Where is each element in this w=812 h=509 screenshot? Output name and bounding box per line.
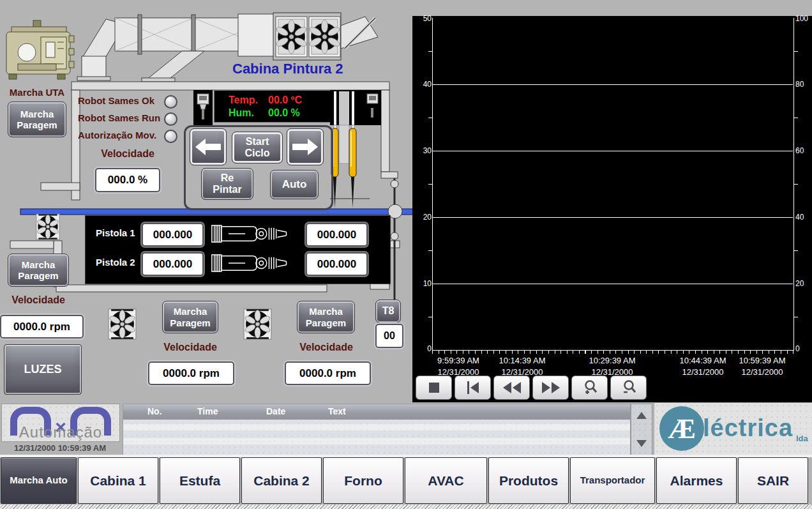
y-left-tick: 0 [415, 344, 432, 353]
fan-icon [108, 308, 137, 340]
alarm-col-text: Text [328, 406, 346, 416]
arrow-right-button[interactable] [287, 128, 324, 165]
marcha-uta-label: Marcha UTA [4, 87, 70, 98]
robot-sames-ok-indicator [164, 95, 177, 109]
y-left-tick: 30 [415, 146, 432, 155]
nav-produtos[interactable]: Produtos [488, 457, 569, 504]
alarm-table[interactable]: No. Time Date Text [123, 404, 631, 455]
extraction-velocidade-label: Velocidade [3, 294, 74, 306]
robot-sames-run-label: Robot Sames Run [78, 113, 165, 124]
nav-transportador[interactable]: Transportador [570, 457, 655, 504]
y-right-tick: 20 [795, 279, 812, 288]
electrica-logo: Æ léctrica lda [654, 402, 812, 456]
pistola-1-flow-display: 000.000 [142, 223, 204, 247]
uta-machine-graphic [6, 20, 74, 79]
nav-estufa[interactable]: Estufa [160, 457, 240, 504]
system-timestamp: 12/31/2000 10:59:39 AM [0, 443, 120, 453]
nav-cabina-1[interactable]: Cabina 1 [78, 457, 158, 504]
uta-marcha-paragem-button[interactable]: Marcha Paragem [8, 102, 66, 137]
trend-stop-button[interactable] [416, 376, 452, 400]
scroll-up-icon[interactable] [636, 412, 647, 419]
company-name: Automação [2, 423, 119, 441]
page-title: Cabina Pintura 2 [232, 61, 343, 77]
fan-icon [243, 308, 272, 340]
x-tick-label: 10:29:39 AM12/31/2000 [589, 355, 636, 377]
robot-graphic [330, 90, 381, 218]
nozzle-icon [193, 90, 213, 125]
t8-value-display: 00 [375, 324, 403, 348]
hum-value: 00.0 % [268, 107, 300, 119]
luzes-button[interactable]: LUZES [4, 344, 82, 395]
fan1-marcha-paragem-button[interactable]: Marcha Paragem [162, 301, 218, 333]
zoom-in-icon [582, 379, 598, 396]
autorizacao-mov-indicator [164, 130, 177, 143]
y-right-tick: 40 [795, 213, 812, 222]
robot-sames-ok-label: Robot Sames Ok [78, 96, 165, 107]
nav-cabina-2[interactable]: Cabina 2 [241, 457, 322, 504]
t8-button[interactable]: T8 [375, 300, 401, 323]
y-left-tick: 20 [415, 213, 432, 222]
extraction-marcha-paragem-button[interactable]: Marcha Paragem [8, 254, 69, 287]
arrow-left-icon [195, 139, 221, 155]
alarm-col-no: No. [147, 406, 162, 416]
trend-rewind-button[interactable] [493, 376, 530, 400]
trend-forward-button[interactable] [532, 376, 569, 400]
nav-sair[interactable]: SAIR [738, 457, 808, 504]
start-ciclo-button[interactable]: Start Ciclo [232, 132, 283, 163]
electrica-logo-text: léctrica [703, 414, 793, 442]
fan1-rpm-display: 0000.0 rpm [148, 361, 234, 385]
arrow-left-button[interactable] [190, 128, 227, 165]
gridline [432, 84, 793, 85]
pistola-2-label: Pistola 2 [96, 257, 135, 268]
electrica-logo-suffix: lda [796, 434, 808, 443]
x-tick-strip [432, 351, 793, 354]
booth-velocidade-label: Velocidade [94, 148, 161, 160]
trend-zoom-out-button[interactable] [610, 376, 647, 400]
alarm-col-date: Date [266, 406, 285, 416]
alarm-row [123, 424, 630, 430]
pistola-1-label: Pistola 1 [96, 227, 135, 238]
trend-zoom-in-button[interactable] [571, 376, 608, 400]
fan-icon [36, 213, 60, 240]
gridline [432, 217, 793, 218]
robot-sames-run-indicator [164, 112, 177, 126]
trend-skip-start-button[interactable] [455, 376, 491, 400]
fan2-velocidade-label: Velocidade [293, 342, 359, 353]
y-right-tick: 80 [795, 80, 812, 89]
temp-label: Temp. [229, 95, 268, 106]
stop-icon [429, 383, 439, 393]
temp-value: 00.0 ºC [268, 95, 302, 106]
pistola-1-flow-display-right: 000.000 [306, 223, 368, 247]
pistolas-panel: Pistola 1 000.000 000.000 Pistola 2 000.… [85, 215, 391, 284]
x-tick-label: 9:59:39 AM12/31/2000 [437, 355, 479, 377]
zoom-out-icon [620, 379, 637, 396]
arrow-right-icon [292, 139, 318, 155]
y-left-tick: 40 [415, 80, 432, 89]
alarm-scrollbar[interactable] [631, 404, 652, 456]
y-right-tick: 100 [795, 14, 812, 23]
nav-avac[interactable]: AVAC [405, 457, 487, 504]
skip-start-icon [467, 381, 469, 394]
rewind-icon [503, 382, 511, 393]
y-right-tick: 0 [795, 344, 812, 353]
fan2-marcha-paragem-button[interactable]: Marcha Paragem [297, 301, 355, 333]
gridline [432, 151, 793, 151]
nav-forno[interactable]: Forno [323, 457, 403, 504]
re-pintar-button[interactable]: Re Pintar [201, 168, 253, 200]
trend-chart: 50 40 30 20 10 0 100 80 60 40 20 0 9:59:… [412, 16, 812, 402]
alarm-col-time: Time [197, 406, 218, 416]
auto-button[interactable]: Auto [270, 170, 319, 199]
spray-gun-icon [211, 250, 300, 276]
x-tick-label: 10:14:39 AM12/31/2000 [499, 355, 546, 377]
forward-icon [542, 382, 550, 393]
trend-plot-area [432, 18, 794, 351]
y-left-tick: 10 [415, 279, 432, 288]
autorizacao-mov-label: Autorização Mov. [78, 130, 167, 141]
nxn-logo: × Automação [1, 404, 120, 442]
nav-marcha-auto[interactable]: Marcha Auto [1, 457, 77, 504]
pistola-2-flow-display-right: 000.000 [306, 252, 368, 276]
hum-label: Hum. [229, 107, 268, 119]
scroll-down-icon[interactable] [636, 440, 647, 447]
nav-alarmes[interactable]: Alarmes [656, 457, 737, 504]
temp-hum-display: Temp. 00.0 ºC Hum. 00.0 % [214, 90, 331, 123]
